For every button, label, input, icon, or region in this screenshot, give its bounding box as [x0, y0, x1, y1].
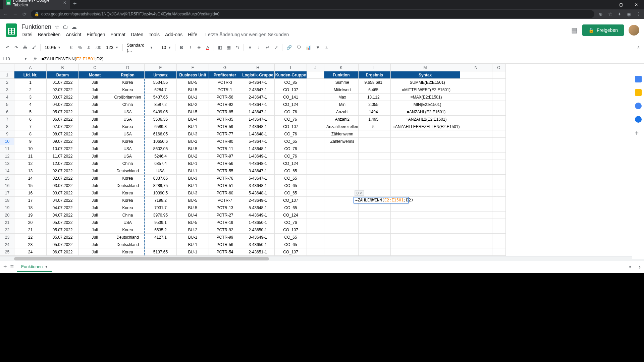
cell[interactable] — [358, 219, 390, 226]
cell[interactable]: PCTR-35 — [209, 116, 241, 123]
cell-editor[interactable]: =ZÄHLENWENN(E2:E1501;D2) — [354, 197, 409, 203]
row-header[interactable]: 7 — [0, 116, 14, 123]
cell[interactable]: BU-5 — [177, 197, 209, 204]
comment-icon[interactable]: 🗨 — [294, 43, 303, 52]
cell[interactable]: 05.07.2022 — [47, 108, 79, 116]
header-cell[interactable]: Business Unit — [177, 71, 209, 79]
cell[interactable] — [307, 71, 324, 79]
cell[interactable] — [492, 79, 505, 86]
chart-icon[interactable]: 📊 — [304, 43, 313, 52]
cell[interactable]: CO_65 — [275, 241, 307, 248]
column-header-N[interactable]: N — [460, 64, 492, 71]
cell[interactable]: 16 — [14, 189, 47, 197]
cell[interactable] — [492, 160, 505, 167]
cell[interactable]: Anzahl2 — [324, 116, 359, 123]
header-cell[interactable]: Datum — [47, 71, 79, 79]
cell[interactable] — [358, 204, 390, 212]
cell[interactable]: 6166,05 — [145, 130, 177, 138]
cell[interactable]: BU-5 — [177, 86, 209, 94]
cell[interactable]: Anzahl — [324, 108, 359, 116]
cell[interactable] — [390, 219, 460, 226]
keep-addon-icon[interactable] — [635, 89, 642, 96]
cell[interactable] — [358, 175, 390, 182]
cell[interactable] — [460, 108, 492, 116]
header-cell[interactable]: Monat — [79, 71, 111, 79]
address-bar[interactable]: 🔒 docs.google.com/spreadsheets/d/1NQxJGA… — [31, 10, 594, 18]
cell[interactable] — [358, 160, 390, 167]
cell[interactable]: 5437,65 — [145, 94, 177, 101]
cell[interactable]: 3-43648-1 — [241, 182, 275, 189]
cell[interactable] — [324, 160, 359, 167]
cell[interactable] — [390, 153, 460, 160]
cell[interactable]: 24 — [14, 248, 47, 256]
cell[interactable] — [460, 153, 492, 160]
cell[interactable] — [390, 248, 460, 256]
comments-icon[interactable]: ▤ — [571, 26, 578, 34]
extensions-icon[interactable]: ✦ — [616, 11, 623, 17]
cell[interactable]: BU-2 — [177, 101, 209, 108]
cell[interactable] — [460, 116, 492, 123]
cell[interactable]: 2-43651-1 — [241, 248, 275, 256]
strike-icon[interactable]: S — [195, 43, 203, 52]
cell[interactable]: 2-43650-1 — [241, 226, 275, 234]
cell[interactable]: BU-3 — [177, 130, 209, 138]
row-header[interactable]: 2 — [0, 79, 14, 86]
merge-icon[interactable]: ⇆ — [233, 43, 241, 52]
column-header-E[interactable]: E — [145, 64, 177, 71]
cloud-icon[interactable]: ☁ — [71, 24, 77, 30]
cell[interactable]: USA — [111, 145, 145, 153]
cell[interactable]: Juli — [79, 79, 111, 86]
cell[interactable]: 06.07.2022 — [47, 116, 79, 123]
cell[interactable] — [324, 197, 359, 204]
cell[interactable]: 13 — [14, 167, 47, 175]
cell[interactable]: 4 — [14, 101, 47, 108]
cell[interactable]: 10 — [14, 145, 47, 153]
menu-format[interactable]: Format — [111, 32, 125, 37]
halign-icon[interactable]: ≡ — [246, 43, 254, 52]
cell[interactable]: PCTR-19 — [209, 219, 241, 226]
column-header-K[interactable]: K — [324, 64, 359, 71]
column-header-I[interactable]: I — [275, 64, 307, 71]
cell[interactable]: 8587,2 — [145, 101, 177, 108]
cell[interactable]: PCTR-56 — [209, 241, 241, 248]
window-close[interactable]: ✕ — [629, 0, 644, 9]
cell[interactable] — [324, 175, 359, 182]
cell[interactable] — [307, 145, 324, 153]
cell[interactable] — [460, 248, 492, 256]
cell[interactable]: 02.07.2022 — [47, 175, 79, 182]
cell[interactable]: 2-43647-1 — [241, 86, 275, 94]
cell[interactable]: PCTR-80 — [209, 138, 241, 145]
cell[interactable]: 3 — [14, 94, 47, 101]
last-edit-text[interactable]: Letzte Änderung vor wenigen Sekunden — [205, 32, 289, 37]
cell[interactable]: 6535,2 — [145, 226, 177, 234]
cell[interactable]: PCTR-97 — [209, 153, 241, 160]
row-header[interactable]: 16 — [0, 182, 14, 189]
cell[interactable]: BU-1 — [177, 167, 209, 175]
new-tab-button[interactable]: + — [70, 0, 80, 9]
cell[interactable] — [492, 71, 505, 79]
cell[interactable]: Min — [324, 101, 359, 108]
cell[interactable] — [145, 241, 177, 248]
increase-decimal[interactable]: .00 — [93, 43, 103, 52]
cell[interactable] — [492, 86, 505, 94]
menu-hilfe[interactable]: Hilfe — [188, 32, 197, 37]
cell[interactable]: 10.07.2022 — [47, 145, 79, 153]
cell[interactable]: Juli — [79, 248, 111, 256]
functions-icon[interactable]: Σ — [323, 43, 331, 52]
font-select[interactable]: Standard (...▼ — [125, 43, 155, 53]
cell[interactable] — [324, 241, 359, 248]
cell[interactable]: 1.495 — [358, 116, 390, 123]
cell[interactable]: BU-3 — [177, 175, 209, 182]
cell[interactable]: BU-5 — [177, 145, 209, 153]
cell[interactable] — [307, 108, 324, 116]
cell[interactable]: CO_124 — [275, 212, 307, 219]
cell[interactable]: Juli — [79, 219, 111, 226]
row-header[interactable]: 21 — [0, 219, 14, 226]
cell[interactable]: Juli — [79, 108, 111, 116]
cell[interactable]: 11 — [14, 153, 47, 160]
cell[interactable]: 01.07.2022 — [47, 79, 79, 86]
cell[interactable] — [307, 175, 324, 182]
cell[interactable]: 21 — [14, 226, 47, 234]
cell[interactable] — [460, 145, 492, 153]
cell[interactable]: Juli — [79, 94, 111, 101]
